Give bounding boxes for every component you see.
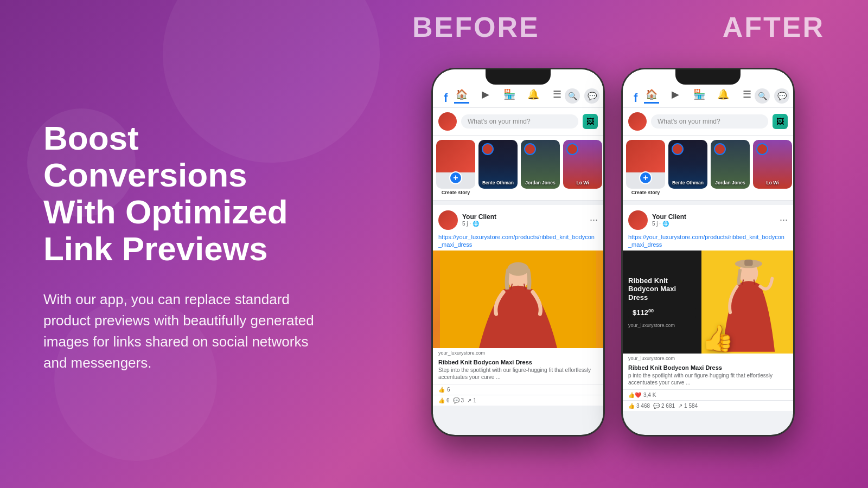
before-post-image [433,251,603,348]
after-share-icon: ↗ [678,403,682,409]
after-phone: f 🏠 ▶ 🏪 🔔 ☰ 🔍 💬 [621,68,795,436]
story-bente-name: Bente Othman [482,180,514,185]
before-stories-row: + Create story Bente Othman [433,136,603,201]
after-price: $112 [633,309,648,317]
before-user-avatar [438,112,457,131]
after-nav-right: 🔍 💬 [755,88,789,104]
before-share-count: 1 [473,397,476,403]
after-post-domain: your_luxurystore.com [623,354,793,363]
after-story-create-thumb: + [626,140,665,189]
after-story-bente[interactable]: Bente Othman [668,140,707,196]
before-post-avatar [438,210,458,230]
after-nav-store-icon[interactable]: 🏪 [692,88,707,104]
after-story-create-img [626,140,665,172]
before-comment-icon: 💬 [453,397,459,403]
page-container: Boost Conversions With Optimized Link Pr… [0,0,868,488]
before-status-bar: What's on your mind? 🖼 [433,108,603,136]
story-lowi[interactable]: Lo Wi [563,140,602,196]
story-lowi-avatar [566,143,578,155]
after-product-title: Ribbed Knit Bodycon Maxi Dress [628,277,696,302]
after-reaction-count: 3,4 K [643,392,788,398]
after-nav-menu-icon[interactable]: ☰ [739,88,755,104]
after-post-header: Your Client 5 j · 🌐 ··· [623,205,793,233]
after-comments-count: 2 681 [661,403,675,409]
before-post-meta: 5 j · 🌐 [462,221,585,227]
after-product-card-info: Ribbed Knit Bodycon Maxi Dress $11200 yo… [623,251,701,354]
story-jordan-avatar [524,143,536,155]
story-bente-thumb: Bente Othman [478,140,518,189]
after-search-box[interactable]: What's on your mind? [651,114,768,129]
after-story-bente-name: Bente Othman [672,180,704,185]
before-comment-btn[interactable]: 💬 3 [453,397,464,403]
messenger-btn[interactable]: 💬 [584,88,599,104]
nav-home-icon[interactable]: 🏠 [454,88,469,104]
nav-video-icon[interactable]: ▶ [478,88,493,104]
story-jordan[interactable]: Jordan Jones [521,140,560,196]
story-lowi-name: Lo Wi [576,180,589,185]
after-post-dots[interactable]: ··· [780,214,788,226]
after-post-link[interactable]: https://your_luxurystore.com/products/ri… [623,233,793,251]
svg-point-4 [507,262,529,276]
after-story-jordan[interactable]: Jordan Jones [711,140,750,196]
before-post-title: Ribbed Knit Bodycon Maxi Dress [433,358,603,367]
before-like-count: 6 [446,397,450,403]
thumbs-up-emoji: 👍 [701,323,734,354]
nav-bell-icon[interactable]: 🔔 [526,88,541,104]
after-domain-card: your_luxurystore.com [628,323,696,328]
before-reaction-count: 6 [447,387,598,393]
after-story-lowi[interactable]: Lo Wi [753,140,792,196]
story-create-label: Create story [442,190,470,196]
after-post-desc: p into the spotlight with our figure-hug… [623,372,793,389]
before-post-info: Your Client 5 j · 🌐 [462,213,585,227]
after-post-avatar [628,210,648,230]
after-comment-btn[interactable]: 💬 2 681 [653,403,675,409]
after-messenger-btn[interactable]: 💬 [774,88,789,104]
before-post-author: Your Client [462,213,585,221]
story-bente[interactable]: Bente Othman [478,140,518,196]
before-post-dots[interactable]: ··· [590,214,598,226]
after-post-actions: 👍 3 468 💬 2 681 ↗ 1 584 [623,400,793,411]
story-plus-icon: + [449,171,462,184]
before-feed-post: Your Client 5 j · 🌐 ··· https://your_lux… [433,205,603,406]
after-story-create-label: Create story [631,190,660,196]
after-stories-row: + Create story Bente Othman [623,136,793,201]
before-nav-right: 🔍 💬 [565,88,599,104]
after-share-btn[interactable]: ↗ 1 584 [678,403,698,409]
before-share-btn[interactable]: ↗ 1 [467,397,476,403]
search-btn[interactable]: 🔍 [565,88,580,104]
bg-decoration-3 [27,108,136,217]
after-search-btn[interactable]: 🔍 [755,88,770,104]
after-post-image: Ribbed Knit Bodycon Maxi Dress $11200 yo… [623,251,793,354]
after-story-bente-avatar [672,143,684,155]
before-comment-count: 3 [461,397,464,403]
before-img-icon[interactable]: 🖼 [583,114,598,129]
nav-store-icon[interactable]: 🏪 [502,88,517,104]
after-like-btn[interactable]: 👍 3 468 [628,403,650,409]
svg-rect-8 [744,260,752,266]
before-like-btn[interactable]: 👍 6 [438,397,450,403]
after-nav-bell-icon[interactable]: 🔔 [716,88,731,104]
after-feed-post: Your Client 5 j · 🌐 ··· https://your_lux… [623,205,793,412]
before-post-header: Your Client 5 j · 🌐 ··· [433,205,603,233]
before-search-box[interactable]: What's on your mind? [461,114,578,129]
after-nav-video-icon[interactable]: ▶ [668,88,683,104]
after-nav-home-icon[interactable]: 🏠 [644,88,659,104]
before-label: BEFORE [412,11,540,43]
before-post-link[interactable]: https://your_luxurystore.com/products/ri… [433,233,603,251]
after-shares-count: 1 584 [684,403,698,409]
nav-menu-icon[interactable]: ☰ [550,88,565,104]
after-img-icon[interactable]: 🖼 [773,114,788,129]
after-fb-logo: f [627,87,644,105]
after-price-badge: $11200 [628,306,696,318]
story-create-img [436,140,475,172]
before-share-icon: ↗ [467,397,471,403]
after-status-bar: What's on your mind? 🖼 [623,108,793,136]
before-fb-logo: f [437,87,454,105]
after-story-create[interactable]: + Create story [626,140,665,196]
after-story-bente-thumb: Bente Othman [668,140,707,189]
after-label: AFTER [723,11,825,43]
story-bente-avatar [482,143,494,155]
story-create[interactable]: + Create story [436,140,475,196]
after-story-jordan-name: Jordan Jones [715,180,745,185]
after-post-reactions: 👍❤️ 3,4 K [623,389,793,400]
